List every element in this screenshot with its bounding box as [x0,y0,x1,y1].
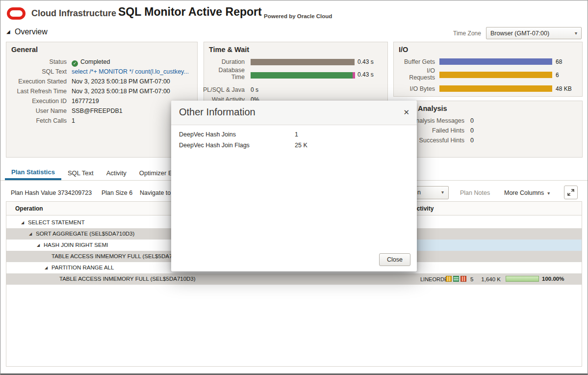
timezone-label: Time Zone [453,30,481,37]
io-bytes-bar [439,85,552,92]
oracle-logo-icon [7,7,26,20]
general-label: Execution ID [32,98,67,105]
io-panel-title: I/O [399,46,408,54]
successful-hints-value: 0 [470,137,474,144]
row-collapse-icon[interactable] [37,243,40,247]
operation-label: PARTITION RANGE ALL [51,265,114,270]
powered-by-text: Powered by Oracle Cloud [264,13,332,19]
overview-collapse-icon[interactable] [6,29,10,34]
plan-notes-button[interactable]: Plan Notes [460,189,490,196]
operation-label: SORT AGGREGATE (SEL$5DA710D3) [36,231,134,237]
general-label: SQL Text [42,68,67,75]
more-columns-dropdown[interactable]: More Columns [504,189,550,196]
expand-icon [567,189,574,196]
row-collapse-icon[interactable] [29,232,32,236]
execution-id-value: 16777219 [72,98,99,105]
plan-view-select-value: n [417,189,421,196]
general-label: Execution Started [18,78,67,85]
duration-label: Duration [222,58,245,65]
io-bytes-value: 48 KB [556,85,572,92]
io-requests-value: 6 [556,72,559,79]
brand-text: Cloud Infrastructure [31,8,116,19]
database-time-value: 0.43 s [358,71,374,78]
buffer-gets-label: Buffer Gets [404,58,435,65]
sql-text-value: select /*+ MONITOR */ count(l.lo_custkey… [72,68,189,75]
execution-started-value: Nov 3, 2023 5:00:18 PM GMT-07:00 [72,78,170,85]
operation-column-header: Operation [15,205,43,212]
user-name-value: SSB@FREEPDB1 [72,107,123,114]
tab-activity[interactable]: Activity [100,165,133,180]
dialog-row-label: DeepVec Hash Join Flags [179,142,250,149]
page-title: SQL Monitor Active Report [118,5,262,19]
failed-hints-label: Failed Hints [432,127,464,134]
buffer-gets-value: 68 [556,58,562,65]
dialog-title: Other Information [179,107,256,118]
sql-text-link[interactable]: select /*+ MONITOR */ count(l.lo_custkey… [72,68,189,75]
dialog-close-icon[interactable]: ✕ [403,108,409,117]
io-requests-label: I/O Requests [401,67,435,81]
actual-rows-cell: 1,640 K [473,276,501,282]
completed-check-icon [72,60,78,67]
last-refresh-value: Nov 3, 2023 5:00:18 PM GMT-07:00 [72,88,170,95]
operation-label: TABLE ACCESS INMEMORY FULL (SEL$5DA710D3… [51,253,188,259]
operation-label: SELECT STATEMENT [28,219,85,225]
dialog-close-button[interactable]: Close [379,253,410,266]
chevron-down-icon [547,190,550,196]
status-text: Completed [80,58,110,65]
database-time-bar-tip [353,72,355,79]
chevron-down-icon [575,30,577,36]
activity-bar [506,276,539,282]
failed-hints-value: 0 [470,127,474,134]
fetch-calls-value: 1 [72,117,75,124]
more-columns-label: More Columns [504,189,544,196]
chevron-down-icon [441,189,444,195]
general-panel: General Status Completed SQL Text select… [6,42,198,158]
duration-bar [251,59,355,65]
general-panel-title: General [11,46,38,54]
general-label: Last Refresh Time [17,88,67,95]
timezone-value: Browser (GMT-07:00) [490,30,549,37]
plan-row-table-access-2[interactable]: TABLE ACCESS INMEMORY FULL (SEL$5DA710D3… [6,273,582,285]
navigate-text: Navigate to [140,189,171,196]
successful-hints-label: Successful Hints [419,137,464,144]
io-requests-bar [439,72,552,78]
duration-value: 0.43 s [358,58,374,65]
time-wait-panel-title: Time & Wait [209,46,249,54]
other-information-dialog: Other Information ✕ DeepVec Hash Joins 1… [171,101,417,271]
operation-label: HASH JOIN RIGHT SEMI [44,242,108,248]
inmemory-flag-icons [446,276,466,282]
dialog-row-label: DeepVec Hash Joins [179,131,236,138]
io-bytes-label: I/O Bytes [410,85,435,92]
inmemory-flag-icon-gold [446,276,452,282]
dialog-header: Other Information ✕ [171,101,417,125]
operation-label: TABLE ACCESS INMEMORY FULL (SEL$5DA710D3… [59,276,196,282]
plsql-java-value: 0 s [251,86,258,93]
row-collapse-icon[interactable] [21,220,24,225]
general-label: Status [50,58,67,65]
plan-size-text: Plan Size 6 [102,189,132,196]
general-label: Fetch Calls [36,117,67,124]
database-time-label: Database Time [205,67,245,80]
overview-section-title: Overview [15,27,48,36]
inmemory-flag-icon-red [460,276,466,282]
plsql-java-label: PL/SQL & Java [203,86,245,93]
sql-analysis-panel: SQL Analysis SQL Analysis Messages 0 Fai… [393,101,583,158]
maximize-button[interactable] [564,186,578,199]
io-panel: I/O Buffer Gets 68 I/O Requests 6 I/O By… [393,42,583,97]
general-label: User Name [36,107,67,114]
tab-plan-statistics[interactable]: Plan Statistics [5,165,61,180]
status-value: Completed [72,58,110,67]
dialog-row-value: 25 K [295,142,307,149]
inmemory-flag-icon-green [453,276,459,282]
row-collapse-icon[interactable] [45,266,48,270]
dialog-row-value: 1 [295,131,298,138]
database-time-bar [251,72,353,79]
tab-sql-text[interactable]: SQL Text [61,165,100,180]
plan-hash-value-text: Plan Hash Value 3734209723 [11,189,92,196]
timezone-select[interactable]: Browser (GMT-07:00) [486,27,582,39]
buffer-gets-bar [439,58,552,65]
activity-percent-cell: 100.00% [542,276,564,282]
analysis-messages-value: 0 [470,117,474,124]
